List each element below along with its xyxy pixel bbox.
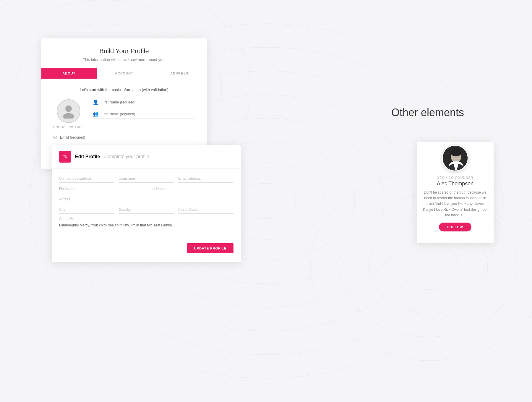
svg-point-17 [63,113,74,119]
address-field [59,195,233,203]
company-field [59,175,114,183]
person-info: CEO / CO-FOUNDER Alec Thompson Don't be … [417,171,494,234]
last-name-input[interactable] [102,112,195,116]
avatar-section: CHOOSE PICTURE [53,99,84,129]
country-field [119,206,174,214]
edit-profile-card: ✎ Edit Profile - Complete your profile [52,145,241,262]
edit-last-name-field [149,185,234,193]
build-profile-subtitle: This information will let us know more a… [53,57,195,62]
first-name-input[interactable] [102,100,195,104]
update-profile-button[interactable]: UPDATE PROFILE [187,243,233,253]
tab-account[interactable]: ACCOUNT [97,68,152,79]
edit-profile-title: Edit Profile - Complete your profile [75,154,149,159]
email-input[interactable] [60,135,195,140]
person-role: CEO / CO-FOUNDER [423,176,488,179]
person-icon: 👤 [93,99,99,105]
edit-row-3 [59,195,233,203]
city-field [59,206,114,214]
svg-point-15 [399,242,458,290]
email-address-field [178,175,233,183]
edit-profile-header: ✎ Edit Profile - Complete your profile [52,145,241,169]
person-avatar [442,145,468,171]
edit-profile-title-wrap: Edit Profile - Complete your profile [75,154,149,159]
address-input[interactable] [59,195,233,203]
username-field [119,175,174,183]
update-btn-row: UPDATE PROFILE [59,243,233,253]
svg-point-7 [236,183,296,219]
about-me-label: About Me [59,217,233,221]
first-name-row: 👤 [93,99,195,107]
email-address-input[interactable] [178,175,233,183]
edit-profile-subtitle: - Complete your profile [101,154,149,159]
email-row: ✉ [53,134,195,142]
last-name-row: 👥 [93,111,195,119]
tab-address[interactable]: ADDRESS [152,68,207,79]
edit-row-2 [59,185,233,193]
username-input[interactable] [119,175,174,183]
build-form-row: CHOOSE PICTURE 👤 👥 [53,99,195,129]
basic-info-label: Let's start with the basic information (… [53,87,195,92]
build-name-fields: 👤 👥 [93,99,195,123]
build-profile-title: Build Your Profile [53,47,195,55]
person-portrait-icon [443,146,468,171]
edit-row-1 [59,175,233,183]
tab-about[interactable]: ABOUT [41,68,97,79]
edit-first-name-field [59,185,144,193]
person-avatar-wrap [417,145,494,171]
edit-profile-body: About Me Lamborghini Mercy, Your chick s… [52,169,241,262]
svg-point-20 [450,148,462,156]
about-me-text: Lamborghini Mercy, Your chick she so thi… [59,223,233,231]
other-elements-heading: Other elements [391,106,464,119]
about-me-section: About Me Lamborghini Mercy, Your chick s… [59,217,233,231]
edit-profile-icon-box: ✎ [59,151,71,163]
edit-divider [59,237,233,237]
person-add-icon: 👥 [93,111,99,117]
avatar-upload[interactable] [57,99,80,123]
company-input [59,175,114,183]
choose-picture-label[interactable]: CHOOSE PICTURE [53,125,84,129]
postal-code-input[interactable] [178,206,233,214]
email-icon: ✉ [53,134,57,140]
person-bio: Don't be scared of the truth because we … [423,190,488,218]
person-card: CEO / CO-FOUNDER Alec Thompson Don't be … [417,142,494,243]
edit-first-name-input[interactable] [59,185,144,193]
svg-point-16 [65,106,72,112]
postal-code-field [178,206,233,214]
country-input[interactable] [119,206,174,214]
person-icon: ✎ [63,153,67,160]
build-profile-header: Build Your Profile This information will… [41,38,207,68]
profile-tabs: ABOUT ACCOUNT ADDRESS [41,68,207,79]
follow-button[interactable]: FOLLOW [439,223,471,231]
edit-row-4 [59,206,233,214]
person-name: Alec Thompson [423,181,488,187]
city-input[interactable] [59,206,114,214]
person-silhouette-icon [61,104,76,119]
edit-last-name-input[interactable] [149,185,234,193]
